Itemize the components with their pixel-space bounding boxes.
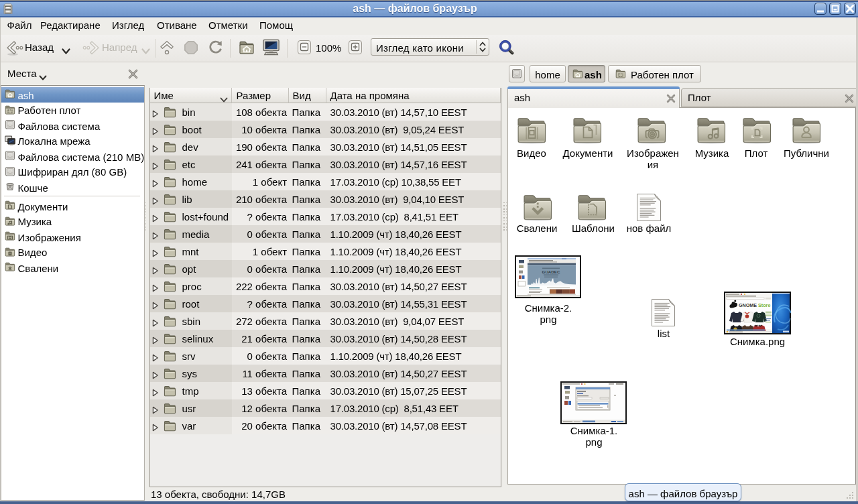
svg-text:GNOME: GNOME [739,302,757,308]
svg-text:Store: Store [758,302,770,308]
svg-text:GUADEC: GUADEC [542,269,560,274]
